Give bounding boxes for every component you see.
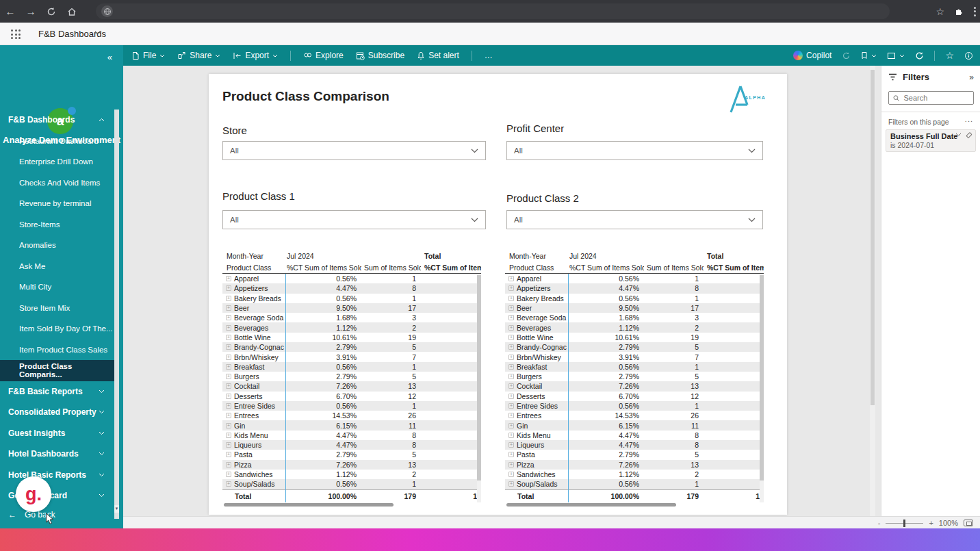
- expand-icon[interactable]: +: [508, 383, 514, 389]
- filter-card-business-full-date[interactable]: Business Full Date is 2024-07-01: [886, 129, 976, 152]
- table-row[interactable]: +Desserts 6.70% 12: [222, 392, 481, 401]
- reload-icon[interactable]: [41, 7, 62, 16]
- info-icon[interactable]: [964, 51, 973, 60]
- favorite-star-icon[interactable]: ☆: [945, 50, 954, 61]
- nav-section[interactable]: Hotel Basic Reports: [0, 465, 114, 486]
- expand-icon[interactable]: +: [226, 481, 231, 487]
- table-row[interactable]: +Beverage Soda 1.68% 3: [222, 313, 481, 322]
- table-row[interactable]: +Breakfast 0.56% 1: [222, 362, 481, 372]
- table-row[interactable]: +Cocktail 7.26% 13: [222, 381, 481, 391]
- table-horizontal-scrollbar[interactable]: [224, 503, 394, 507]
- table-row[interactable]: +Bakery Breads 0.56% 1: [222, 294, 481, 303]
- table-row[interactable]: +Burgers 2.79% 5: [222, 372, 481, 381]
- sidebar-item[interactable]: Revenue by terminal: [0, 193, 114, 214]
- chevron-down-icon[interactable]: [94, 31, 101, 35]
- sidebar-item[interactable]: Enterprise Drill Down: [0, 151, 114, 172]
- table-row[interactable]: +Entree Sides 0.56% 1: [222, 401, 481, 411]
- filters-search-input[interactable]: [903, 94, 969, 102]
- table-row[interactable]: +Brandy-Cognac 2.79% 5: [222, 342, 481, 352]
- table-row[interactable]: +Pasta 2.79% 5: [505, 450, 764, 459]
- table-row[interactable]: +Bottle Wine 10.61% 19: [505, 333, 764, 342]
- table-row[interactable]: +Entrees 14.53% 26: [505, 411, 764, 420]
- table-horizontal-scrollbar[interactable]: [506, 503, 676, 507]
- table-row[interactable]: +Apparel 0.56% 1: [505, 274, 764, 283]
- zoom-slider[interactable]: [886, 523, 923, 524]
- fit-to-page-icon[interactable]: [964, 520, 973, 526]
- sidebar-item[interactable]: Restaurant Dashboard: [0, 131, 114, 152]
- table-row[interactable]: +Sandwiches 1.12% 2: [222, 470, 481, 479]
- expand-icon[interactable]: +: [226, 364, 231, 370]
- sidebar-item[interactable]: Product Class Comparis...: [0, 360, 114, 381]
- expand-icon[interactable]: +: [508, 403, 514, 409]
- expand-icon[interactable]: +: [226, 285, 231, 291]
- home-icon[interactable]: [62, 7, 82, 16]
- site-info-icon[interactable]: [101, 5, 113, 17]
- set-alert-button[interactable]: Set alert: [417, 51, 459, 60]
- expand-icon[interactable]: +: [508, 481, 514, 487]
- address-bar[interactable]: [96, 3, 890, 19]
- expand-icon[interactable]: +: [226, 472, 231, 477]
- expand-icon[interactable]: +: [226, 325, 231, 331]
- table-row[interactable]: +Kids Menu 4.47% 8: [222, 431, 481, 440]
- sidebar-item[interactable]: Store-Items: [0, 214, 114, 235]
- nav-section[interactable]: Consolidated Property: [0, 402, 114, 423]
- table-row[interactable]: +Breakfast 0.56% 1: [505, 362, 764, 372]
- expand-icon[interactable]: +: [508, 423, 514, 428]
- table-vertical-scrollbar[interactable]: [477, 275, 481, 502]
- expand-icon[interactable]: +: [226, 344, 231, 350]
- expand-icon[interactable]: +: [508, 433, 514, 438]
- table-row[interactable]: +Pizza 7.26% 13: [222, 460, 481, 470]
- app-launcher-icon[interactable]: [11, 29, 21, 39]
- table-row[interactable]: +Brbn/Whiskey 3.91% 7: [222, 352, 481, 361]
- sidebar-scrollbar[interactable]: [114, 110, 119, 519]
- expand-icon[interactable]: +: [226, 452, 231, 457]
- nav-section[interactable]: F&B Basic Reports: [0, 381, 114, 402]
- export-menu[interactable]: Export: [233, 51, 278, 60]
- bookmark-star-icon[interactable]: ☆: [936, 6, 944, 17]
- expand-icon[interactable]: +: [508, 276, 514, 281]
- slicer-dropdown-product-class-2[interactable]: All: [506, 210, 763, 229]
- reset-icon[interactable]: [842, 51, 851, 60]
- canvas-scrollbar[interactable]: [870, 66, 875, 516]
- expand-icon[interactable]: +: [226, 403, 231, 409]
- expand-icon[interactable]: +: [226, 374, 231, 379]
- expand-icon[interactable]: +: [508, 452, 514, 457]
- expand-icon[interactable]: +: [508, 335, 514, 340]
- table-row[interactable]: +Sandwiches 1.12% 2: [505, 470, 764, 479]
- table-row[interactable]: +Pasta 2.79% 5: [222, 450, 481, 459]
- expand-icon[interactable]: +: [508, 413, 514, 418]
- expand-icon[interactable]: +: [226, 423, 231, 428]
- table-row[interactable]: +Gin 6.15% 11: [222, 420, 481, 430]
- expand-icon[interactable]: +: [226, 433, 231, 438]
- filters-collapse-icon[interactable]: »: [969, 73, 974, 82]
- table-row[interactable]: +Bakery Breads 0.56% 1: [505, 294, 764, 303]
- zoom-slider-thumb[interactable]: [903, 520, 905, 527]
- expand-icon[interactable]: +: [508, 305, 514, 311]
- nav-section[interactable]: Guest Insights: [0, 423, 114, 444]
- product-class-2-matrix[interactable]: Month-Year Jul 2024 Total Product Class …: [505, 250, 764, 507]
- refresh-icon[interactable]: [915, 51, 924, 60]
- nav-group-fnb-dashboards[interactable]: F&B Dashboards: [0, 110, 114, 131]
- product-class-1-matrix[interactable]: Month-Year Jul 2024 Total Product Class …: [222, 250, 481, 507]
- file-menu[interactable]: File: [131, 51, 165, 60]
- table-row[interactable]: +Beverages 1.12% 2: [505, 322, 764, 332]
- explore-button[interactable]: Explore: [303, 51, 344, 60]
- table-row[interactable]: +Brandy-Cognac 2.79% 5: [505, 342, 764, 352]
- expand-icon[interactable]: +: [508, 462, 514, 467]
- table-row[interactable]: +Liqueurs 4.47% 8: [505, 440, 764, 450]
- table-row[interactable]: +Appetizers 4.47% 8: [222, 283, 481, 293]
- expand-icon[interactable]: +: [508, 325, 514, 331]
- sidebar-item[interactable]: Store Item Mix: [0, 298, 114, 319]
- slicer-dropdown-product-class-1[interactable]: All: [222, 210, 486, 229]
- nav-section[interactable]: Hotel Dashboards: [0, 444, 114, 465]
- expand-icon[interactable]: +: [226, 296, 231, 301]
- view-menu[interactable]: [887, 52, 905, 60]
- table-row[interactable]: +Soup/Salads 0.56% 1: [505, 479, 764, 489]
- zoom-out-button[interactable]: -: [878, 519, 881, 527]
- expand-icon[interactable]: +: [508, 285, 514, 291]
- expand-icon[interactable]: +: [226, 462, 231, 467]
- expand-icon[interactable]: +: [508, 472, 514, 477]
- bookmarks-menu[interactable]: [861, 51, 877, 60]
- table-row[interactable]: +Kids Menu 4.47% 8: [505, 431, 764, 440]
- zoom-in-button[interactable]: +: [929, 519, 933, 527]
